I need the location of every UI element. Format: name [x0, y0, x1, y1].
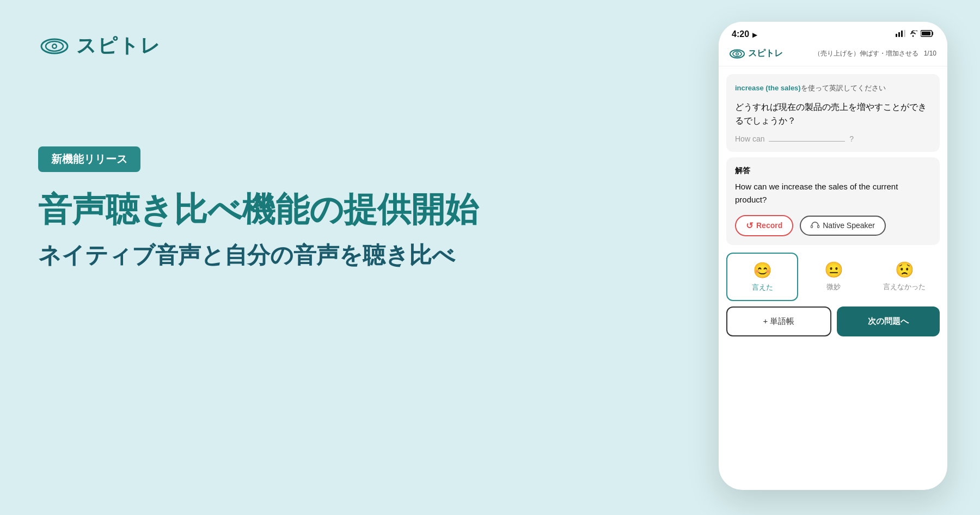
status-bar: 4:20 ▶ [719, 22, 947, 44]
app-header: スピトレ （売り上げを）伸ばす・増加させる 1/10 [719, 44, 947, 66]
said-it-label: 言えた [752, 283, 773, 292]
wifi-icon [909, 30, 917, 39]
sub-title: ネイティブ音声と自分の音声を聴き比べ [38, 241, 501, 271]
next-button[interactable]: 次の問題へ [837, 306, 940, 336]
svg-rect-10 [922, 32, 930, 35]
svg-rect-4 [896, 34, 897, 37]
happy-icon: 😊 [753, 261, 772, 279]
headphone-icon [811, 221, 819, 230]
svg-rect-6 [901, 30, 903, 37]
phone-mockup: 4:20 ▶ [719, 22, 947, 490]
so-so-label: 微妙 [826, 282, 841, 292]
svg-point-8 [912, 35, 914, 37]
phone-frame: 4:20 ▶ [719, 22, 947, 490]
svg-rect-7 [904, 30, 905, 37]
question-card: increase (the sales)を使って英訳してください どうすれば現在… [726, 74, 940, 152]
status-time: 4:20 ▶ [732, 29, 757, 39]
app-logo-text: スピトレ [748, 48, 783, 59]
app-subtitle: （売り上げを）伸ばす・増加させる [814, 50, 918, 57]
battery-icon [921, 30, 934, 39]
svg-point-3 [53, 45, 56, 47]
record-label: Record [756, 221, 782, 230]
status-icons [896, 30, 934, 39]
bottom-buttons: + 単語帳 次の問題へ [726, 306, 940, 336]
question-japanese: どうすれば現在の製品の売上を増やすことができるでしょうか？ [735, 100, 931, 128]
main-title: 音声聴き比べ機能の提供開始 [38, 189, 501, 230]
app-header-right: （売り上げを）伸ばす・増加させる 1/10 [814, 48, 936, 58]
logo-icon [38, 35, 71, 57]
feedback-couldnt-say[interactable]: 😟 言えなかった [869, 253, 940, 301]
logo-text: スピトレ [76, 33, 161, 59]
neutral-icon: 😐 [824, 261, 843, 279]
couldnt-say-label: 言えなかった [883, 282, 926, 292]
sad-icon: 😟 [895, 261, 914, 279]
answer-card: 解答 How can we increase the sales of the … [726, 157, 940, 245]
svg-rect-5 [898, 32, 900, 37]
left-section: スピトレ 新機能リリース 音声聴き比べ機能の提供開始 ネイティブ音声と自分の音声… [38, 0, 501, 515]
record-icon: ↺ [746, 220, 753, 231]
question-instruction: increase (the sales)を使って英訳してください [735, 83, 931, 94]
progress-indicator: 1/10 [924, 50, 936, 57]
badge: 新機能リリース [38, 146, 140, 172]
app-logo-small: スピトレ [730, 48, 783, 59]
feedback-said-it[interactable]: 😊 言えた [726, 253, 798, 301]
question-english-blank: How can ? [735, 134, 931, 143]
answer-text: How can we increase the sales of the cur… [735, 180, 931, 206]
svg-rect-15 [811, 225, 813, 228]
blank-line [769, 141, 845, 142]
answer-buttons: ↺ Record Native Speaker [735, 215, 931, 236]
signal-icon [896, 30, 905, 39]
feedback-section: 😊 言えた 😐 微妙 😟 言えなかった [726, 253, 940, 301]
feedback-so-so[interactable]: 😐 微妙 [798, 253, 869, 301]
answer-label: 解答 [735, 166, 931, 176]
logo: スピトレ [38, 33, 501, 59]
svg-point-14 [737, 53, 738, 54]
native-speaker-button[interactable]: Native Speaker [800, 216, 886, 236]
record-button[interactable]: ↺ Record [735, 215, 793, 236]
highlight-phrase: increase (the sales) [735, 84, 801, 92]
svg-rect-16 [818, 225, 819, 228]
native-speaker-label: Native Speaker [823, 221, 875, 230]
location-icon: ▶ [752, 32, 757, 38]
vocabulary-button[interactable]: + 単語帳 [726, 306, 831, 336]
instruction-suffix: を使って英訳してください [801, 84, 886, 92]
